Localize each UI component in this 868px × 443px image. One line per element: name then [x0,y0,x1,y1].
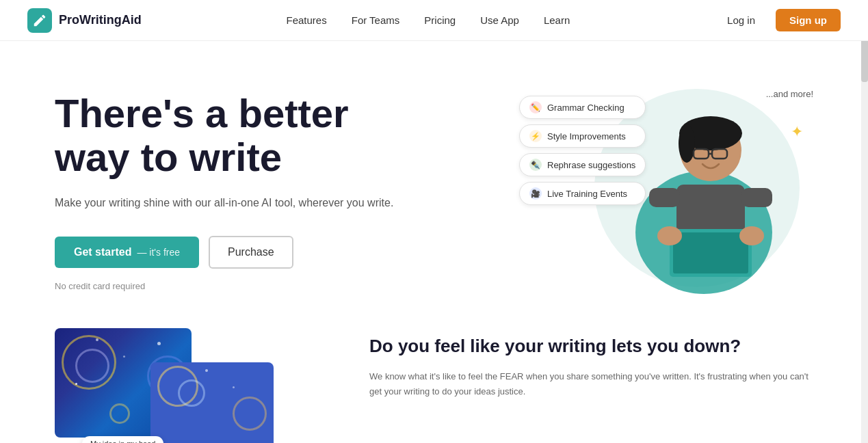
purchase-button[interactable]: Purchase [209,236,293,269]
hero-section: There's a better way to write Make your … [0,41,868,328]
logo-text: ProWritingAid [59,13,142,27]
pill-training: 🎥 Live Training Events [519,182,646,205]
image-card-overlay [150,362,274,443]
star-dot [233,386,235,388]
star-dot [157,342,161,345]
hero-title: There's a better way to write [55,92,393,179]
nav-actions: Log in Sign up [715,9,841,31]
logo-icon [27,8,52,33]
swirl-2 [75,349,109,383]
overlay-swirl-3 [233,397,267,431]
logo-svg [32,13,47,28]
overlay-swirl-2 [178,379,205,407]
svg-point-13 [739,226,764,245]
nav-learn[interactable]: Learn [534,10,579,30]
free-label: — it's free [137,247,180,258]
pill-rephrase: ✒️ Rephrase suggestions [519,153,646,176]
no-credit-text: No credit card required [55,281,393,291]
nav-for-teams[interactable]: For Teams [342,10,410,30]
pill-grammar: ✏️ Grammar Checking [519,96,646,119]
scrollbar-track[interactable] [861,0,868,443]
section2-body: We know what it's like to feel the FEAR … [369,369,813,399]
navbar: ProWritingAid Features For Teams Pricing… [0,0,868,41]
get-started-button[interactable]: Get started — it's free [55,237,199,268]
svg-point-12 [657,226,682,245]
nav-features[interactable]: Features [277,10,337,30]
section2-title: Do you feel like your writing lets you d… [369,335,813,358]
svg-rect-11 [673,232,748,273]
rephrase-icon: ✒️ [529,159,542,171]
hero-subtitle: Make your writing shine with our all-in-… [55,194,393,212]
overlay-canvas [150,362,274,443]
illustration-container: ✏️ Grammar Checking ⚡ Style Improvements… [519,82,813,301]
section2: My idea in my head Do you feel like your… [0,328,868,443]
star-decoration: ✦ [791,123,803,141]
section2-images: My idea in my head [55,328,315,443]
training-icon: 🎥 [529,187,542,200]
hero-illustration: ✏️ Grammar Checking ⚡ Style Improvements… [519,82,813,301]
idea-badge: My idea in my head [82,436,163,443]
nav-pricing[interactable]: Pricing [415,10,465,30]
svg-rect-8 [649,188,680,207]
svg-rect-9 [741,188,772,207]
logo-link[interactable]: ProWritingAid [27,8,142,33]
nav-links: Features For Teams Pricing Use App Learn [277,10,580,30]
pill-style: ⚡ Style Improvements [519,124,646,148]
hero-buttons: Get started — it's free Purchase [55,236,393,269]
login-button[interactable]: Log in [715,9,767,31]
star-dot [96,338,98,341]
section2-text: Do you feel like your writing lets you d… [369,328,813,399]
signup-button[interactable]: Sign up [776,9,841,31]
svg-point-3 [679,124,695,163]
nav-use-app[interactable]: Use App [471,10,529,30]
star-dot [75,383,77,385]
swirl-5 [109,403,130,424]
star-dot [123,355,125,358]
star-dot [205,369,208,372]
feature-pills: ✏️ Grammar Checking ⚡ Style Improvements… [519,96,646,205]
hero-content: There's a better way to write Make your … [55,92,393,291]
grammar-icon: ✏️ [529,101,542,113]
style-icon: ⚡ [529,130,542,142]
